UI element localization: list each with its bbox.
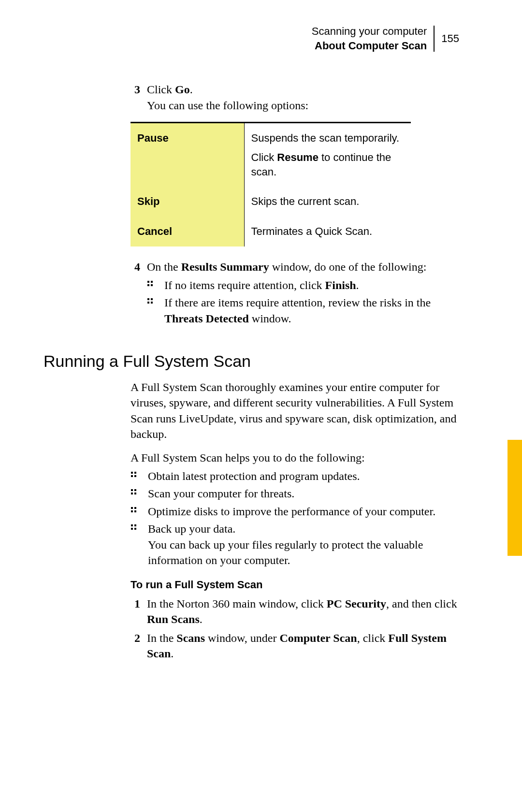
option-desc: Skips the current scan. (244, 187, 411, 217)
svg-rect-17 (134, 507, 136, 509)
options-table: Pause Suspends the scan temporarily. Cli… (130, 122, 411, 246)
step4-bullets: If no items require attention, click Fin… (147, 277, 459, 326)
svg-rect-20 (131, 524, 133, 526)
bullet-item: If no items require attention, click Fin… (147, 277, 459, 293)
square-bullet-icon (130, 507, 139, 519)
page-header: Scanning your computer About Computer Sc… (44, 24, 459, 53)
step-3: 3 Click Go. You can use the following op… (130, 82, 459, 113)
header-divider (434, 26, 435, 52)
square-bullet-icon (130, 524, 139, 568)
svg-rect-23 (134, 528, 136, 530)
step-number: 1 (130, 596, 140, 627)
step-text: In the Scans window, under Computer Scan… (147, 630, 459, 662)
svg-rect-22 (131, 528, 133, 530)
svg-rect-14 (131, 493, 133, 494)
step-4: 4 On the Results Summary window, do one … (130, 259, 459, 336)
option-label: Cancel (130, 217, 244, 246)
helps-paragraph: A Full System Scan helps you to do the f… (130, 450, 459, 465)
run-step-1: 1 In the Norton 360 main window, click P… (130, 596, 459, 627)
square-bullet-icon (130, 489, 139, 501)
svg-rect-4 (147, 298, 149, 300)
step-text: In the Norton 360 main window, click PC … (147, 596, 459, 627)
svg-rect-6 (147, 302, 149, 304)
header-chapter: Scanning your computer (312, 24, 427, 39)
svg-rect-1 (151, 281, 153, 283)
square-bullet-icon (147, 280, 156, 293)
svg-rect-3 (151, 284, 153, 286)
svg-rect-19 (134, 510, 136, 512)
bullet-item: Scan your computer for threats. (130, 486, 459, 501)
square-bullet-icon (130, 471, 139, 484)
helps-bullets: Obtain latest protection and program upd… (130, 468, 459, 568)
option-row-pause: Pause Suspends the scan temporarily. Cli… (130, 123, 411, 187)
svg-rect-21 (134, 524, 136, 526)
option-label: Skip (130, 187, 244, 217)
subhead-to-run: To run a Full System Scan (130, 578, 459, 592)
svg-rect-18 (131, 510, 133, 512)
step-number: 4 (130, 259, 140, 336)
page: Scanning your computer About Computer Sc… (0, 0, 522, 812)
run-step-2: 2 In the Scans window, under Computer Sc… (130, 630, 459, 662)
option-row-cancel: Cancel Terminates a Quick Scan. (130, 217, 411, 246)
option-label: Pause (130, 123, 244, 187)
header-section: About Computer Scan (312, 39, 427, 53)
svg-rect-16 (131, 507, 133, 509)
step-text: On the Results Summary window, do one of… (147, 259, 459, 336)
svg-rect-0 (147, 281, 149, 283)
intro-paragraph: A Full System Scan thoroughly examines y… (130, 379, 459, 442)
section-title: Running a Full System Scan (44, 350, 459, 373)
square-bullet-icon (147, 298, 156, 326)
svg-rect-9 (134, 472, 136, 474)
option-row-skip: Skip Skips the current scan. (130, 187, 411, 217)
svg-rect-10 (131, 475, 133, 477)
svg-rect-5 (151, 298, 153, 300)
page-edge-tab (508, 440, 522, 556)
svg-rect-12 (131, 489, 133, 491)
svg-rect-8 (131, 472, 133, 474)
svg-rect-11 (134, 475, 136, 477)
svg-rect-2 (147, 284, 149, 286)
step-number: 3 (130, 82, 140, 113)
svg-rect-13 (134, 489, 136, 491)
bullet-item: Back up your data. You can back up your … (130, 521, 459, 568)
option-desc: Suspends the scan temporarily. Click Res… (244, 123, 411, 187)
svg-rect-15 (134, 493, 136, 494)
bullet-item: If there are items require attention, re… (147, 295, 459, 326)
page-number: 155 (441, 31, 459, 46)
svg-rect-7 (151, 302, 153, 304)
option-desc: Terminates a Quick Scan. (244, 217, 411, 246)
step-number: 2 (130, 630, 140, 662)
bullet-item: Obtain latest protection and program upd… (130, 468, 459, 484)
content-area: 3 Click Go. You can use the following op… (130, 82, 459, 661)
step-text: Click Go. You can use the following opti… (147, 82, 459, 113)
bullet-item: Optimize disks to improve the performanc… (130, 504, 459, 519)
